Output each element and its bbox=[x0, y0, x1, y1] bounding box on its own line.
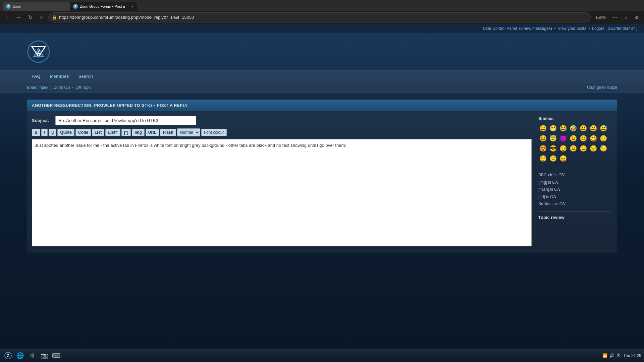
flash-status: [flash] is ON bbox=[538, 186, 612, 193]
logo-area: Z bbox=[0, 33, 644, 70]
text-editor[interactable]: Just spotted another issue for me - the … bbox=[32, 139, 532, 246]
smiley-8[interactable]: 😆 bbox=[538, 134, 548, 143]
smiley-23[interactable]: 😕 bbox=[548, 154, 558, 163]
code-button[interactable]: Code bbox=[75, 129, 91, 136]
taskbar-clock: Thu 21:29 bbox=[623, 353, 641, 358]
breadcrumb-zorin-os[interactable]: Zorin OS bbox=[54, 85, 70, 90]
url-status: [url] is ON bbox=[538, 193, 612, 201]
svg-text:Z: Z bbox=[37, 49, 41, 55]
smiley-19[interactable]: 😑 bbox=[579, 144, 588, 153]
smiley-1[interactable]: 😀 bbox=[538, 124, 548, 133]
tab-close-button[interactable]: × bbox=[131, 4, 133, 8]
top-user-bar: User Control Panel (0 new messages) • Vi… bbox=[0, 24, 644, 33]
browser-tab-zorin[interactable]: Z Zorin bbox=[3, 2, 70, 11]
smiley-13[interactable]: 😋 bbox=[589, 134, 598, 143]
smilies-panel: Smilies 😀 😁 😂 🤣 😃 😄 😅 😆 😇 😈 😉 😊 bbox=[538, 116, 612, 247]
zorin-logo[interactable]: Z bbox=[27, 40, 50, 63]
taskbar-browser-icon[interactable]: 🌐 bbox=[15, 350, 25, 361]
new-messages-link[interactable]: 0 new messages bbox=[521, 26, 551, 31]
address-input[interactable] bbox=[59, 15, 587, 20]
smilies-status: Smilies are ON bbox=[538, 200, 612, 208]
smiley-5[interactable]: 😃 bbox=[579, 124, 588, 133]
nav-bar: FAQ Members Search bbox=[0, 70, 644, 82]
smiley-24[interactable]: 😖 bbox=[558, 154, 568, 163]
taskbar-settings-icon[interactable]: ⚙ bbox=[27, 350, 38, 361]
topic-review-title: Topic review bbox=[538, 211, 612, 220]
flash-button[interactable]: Flash bbox=[160, 129, 176, 136]
breadcrumb-bar: Board index ‹ Zorin OS ‹ Off Topic Chang… bbox=[0, 82, 644, 93]
url-button[interactable]: URL bbox=[146, 129, 159, 136]
breadcrumb: Board index ‹ Zorin OS ‹ Off Topic bbox=[27, 85, 91, 90]
smiley-9[interactable]: 😇 bbox=[548, 134, 558, 143]
change-font-size-link[interactable]: Change font size bbox=[587, 85, 617, 90]
tab-label-zorin: Zorin bbox=[13, 4, 21, 8]
home-button[interactable]: ⌂ bbox=[37, 13, 46, 22]
svg-text:Z: Z bbox=[7, 354, 9, 358]
smiley-3[interactable]: 😂 bbox=[558, 124, 568, 133]
post-box-header: ANOTHER RESSURRECTION: PROWLER UPP'ED TO… bbox=[27, 100, 617, 111]
toolbar-icons: ⋯ ☆ ⚙ bbox=[610, 13, 641, 22]
taskbar-zorin-icon[interactable]: Z bbox=[3, 350, 13, 361]
menu-button[interactable]: ⋯ bbox=[610, 13, 620, 22]
taskbar-camera-icon[interactable]: 📷 bbox=[39, 350, 50, 361]
font-size-select[interactable]: Normal Tiny Small Large Huge bbox=[177, 128, 200, 136]
reload-button[interactable]: ↻ bbox=[25, 13, 35, 22]
underline-button[interactable]: u bbox=[49, 129, 56, 136]
power-icon: ⏻ bbox=[616, 353, 621, 358]
smiley-15[interactable]: 😍 bbox=[538, 144, 548, 153]
italic-button[interactable]: i bbox=[41, 129, 48, 136]
back-button[interactable]: ← bbox=[3, 13, 12, 22]
browser-tab-forum[interactable]: Z Zorin Group Forum • Post a × bbox=[70, 2, 137, 11]
address-bar-container: 🔒 bbox=[48, 12, 591, 22]
smiley-2[interactable]: 😁 bbox=[548, 124, 558, 133]
bbcode-info: BBCode is ON [img] is ON [flash] is ON [… bbox=[538, 168, 612, 208]
lock-icon: 🔒 bbox=[52, 15, 57, 20]
post-box-body: Subject: B i u Quote Code List List= [*]… bbox=[27, 111, 617, 252]
view-posts-link[interactable]: View your posts bbox=[558, 26, 586, 31]
subject-input[interactable] bbox=[55, 116, 196, 125]
smilies-grid: 😀 😁 😂 🤣 😃 😄 😅 😆 😇 😈 😉 😊 😋 😌 bbox=[538, 124, 612, 163]
smilies-title: Smilies bbox=[538, 116, 612, 121]
smiley-21[interactable]: 😓 bbox=[599, 144, 608, 153]
smiley-7[interactable]: 😅 bbox=[599, 124, 608, 133]
smiley-11[interactable]: 😉 bbox=[569, 134, 578, 143]
logout-link[interactable]: Logout [ Swarfendor437 ] bbox=[592, 26, 637, 31]
tab-label-forum: Zorin Group Forum • Post a bbox=[80, 4, 125, 8]
nav-members[interactable]: Members bbox=[45, 70, 74, 82]
smiley-10[interactable]: 😈 bbox=[558, 134, 568, 143]
smiley-6[interactable]: 😄 bbox=[589, 124, 598, 133]
star-button[interactable]: [*] bbox=[121, 129, 131, 136]
bookmark-button[interactable]: ☆ bbox=[621, 13, 631, 22]
breadcrumb-board-index[interactable]: Board index bbox=[27, 85, 48, 90]
smiley-16[interactable]: 😎 bbox=[548, 144, 558, 153]
subject-label: Subject: bbox=[32, 118, 52, 123]
smiley-14[interactable]: 😌 bbox=[599, 134, 608, 143]
img-status: [img] is ON bbox=[538, 179, 612, 186]
font-color-button[interactable]: Font colour bbox=[201, 129, 227, 136]
nav-faq[interactable]: FAQ bbox=[27, 70, 45, 82]
nav-search[interactable]: Search bbox=[74, 70, 98, 82]
user-control-panel-link[interactable]: User Control Panel bbox=[483, 26, 517, 31]
page-content: User Control Panel (0 new messages) • Vi… bbox=[0, 24, 644, 362]
volume-icon: 🔊 bbox=[609, 353, 614, 358]
extensions-button[interactable]: ⚙ bbox=[632, 13, 641, 22]
smiley-18[interactable]: 😐 bbox=[569, 144, 578, 153]
smiley-4[interactable]: 🤣 bbox=[569, 124, 578, 133]
smiley-12[interactable]: 😊 bbox=[579, 134, 588, 143]
bold-button[interactable]: B bbox=[32, 129, 40, 136]
list-button[interactable]: List bbox=[92, 129, 104, 136]
browser-toolbar: ← → ↻ ⌂ 🔒 150% ⋯ ☆ ⚙ bbox=[0, 11, 644, 24]
post-box: ANOTHER RESSURRECTION: PROWLER UPP'ED TO… bbox=[27, 100, 617, 252]
quote-button[interactable]: Quote bbox=[57, 129, 74, 136]
list-eq-button[interactable]: List= bbox=[105, 129, 120, 136]
img-button[interactable]: Img bbox=[132, 129, 144, 136]
smiley-17[interactable]: 😏 bbox=[558, 144, 568, 153]
smiley-22[interactable]: 😔 bbox=[538, 154, 548, 163]
network-icon: 📶 bbox=[602, 353, 607, 358]
forward-button[interactable]: → bbox=[14, 13, 23, 22]
taskbar-right: 📶 🔊 ⏻ Thu 21:29 bbox=[602, 353, 641, 358]
smiley-20[interactable]: 😒 bbox=[589, 144, 598, 153]
breadcrumb-off-topic[interactable]: Off Topic bbox=[75, 85, 91, 90]
zoom-level: 150% bbox=[593, 15, 608, 20]
taskbar-keyboard-icon[interactable]: ⌨ bbox=[51, 350, 62, 361]
